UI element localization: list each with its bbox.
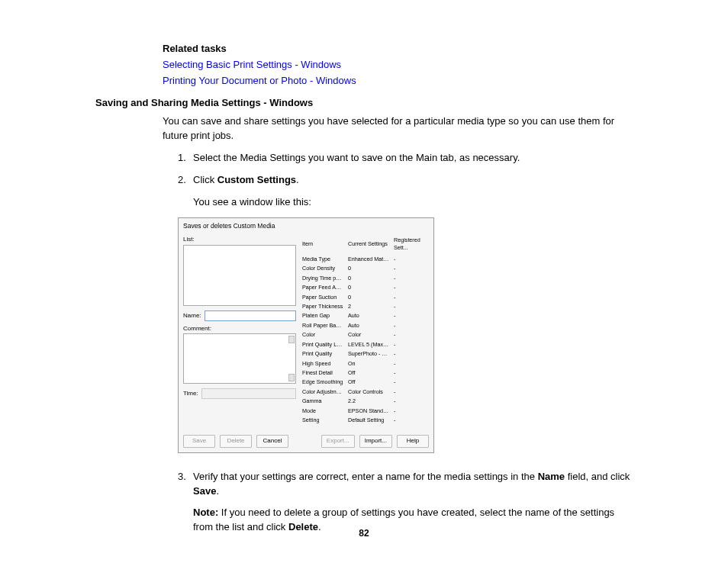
related-link-2[interactable]: Printing Your Document or Photo - Window… bbox=[163, 74, 633, 88]
time-label: Time: bbox=[183, 389, 198, 398]
table-cell: Roll Paper Back ... bbox=[301, 321, 346, 330]
step-3-post: . bbox=[216, 485, 219, 497]
table-cell: Auto bbox=[346, 321, 392, 330]
steps-list-cont: Verify that your settings are correct, e… bbox=[178, 470, 633, 535]
table-cell: Media Type bbox=[301, 255, 346, 264]
col-current: Current Settings bbox=[346, 235, 392, 255]
name-label: Name: bbox=[183, 311, 201, 320]
table-cell: - bbox=[392, 274, 429, 283]
intro-paragraph: You can save and share settings you have… bbox=[163, 114, 633, 143]
table-row: Color AdjustmentColor Controls- bbox=[301, 388, 429, 397]
table-cell: Finest Detail bbox=[301, 368, 346, 378]
step-2-post: . bbox=[296, 174, 299, 185]
table-cell: - bbox=[392, 255, 429, 264]
table-row: Edge SmoothingOff- bbox=[301, 378, 429, 387]
step-3: Verify that your settings are correct, e… bbox=[178, 470, 633, 535]
table-cell: - bbox=[392, 283, 429, 292]
table-cell: Gamma bbox=[301, 397, 346, 406]
comment-textarea[interactable] bbox=[183, 333, 296, 384]
table-row: ColorColor- bbox=[301, 330, 429, 339]
table-cell: - bbox=[392, 397, 429, 406]
scroll-down-icon[interactable] bbox=[288, 374, 295, 381]
custom-media-dialog: Saves or deletes Custom Media List: Name… bbox=[178, 217, 434, 453]
table-cell: - bbox=[392, 368, 429, 378]
table-cell: 2 bbox=[346, 302, 392, 311]
table-cell: Color Density bbox=[301, 264, 346, 273]
note-paragraph: Note: If you need to delete a group of s… bbox=[193, 506, 633, 535]
table-cell: 2.2 bbox=[346, 397, 392, 406]
table-cell: 0 bbox=[346, 283, 392, 292]
save-button[interactable]: Save bbox=[183, 435, 215, 448]
export-button[interactable]: Export... bbox=[321, 435, 355, 448]
table-cell: Auto bbox=[346, 311, 392, 320]
table-cell: Edge Smoothing bbox=[301, 378, 346, 387]
table-row: Roll Paper Back ...Auto- bbox=[301, 321, 429, 330]
table-cell: - bbox=[392, 378, 429, 387]
step-3-mid: field, and click bbox=[565, 471, 630, 482]
table-row: Platen GapAuto- bbox=[301, 311, 429, 320]
settings-listbox[interactable] bbox=[183, 245, 296, 306]
step-3-bold1: Name bbox=[538, 471, 565, 482]
import-button[interactable]: Import... bbox=[359, 435, 392, 448]
col-item: Item bbox=[301, 235, 346, 255]
table-row: Paper Feed Adju...0- bbox=[301, 283, 429, 292]
table-cell: Paper Feed Adju... bbox=[301, 283, 346, 292]
related-link-1[interactable]: Selecting Basic Print Settings - Windows bbox=[163, 58, 633, 72]
table-cell: - bbox=[392, 359, 429, 368]
table-row: Media TypeEnhanced Matt...- bbox=[301, 255, 429, 264]
table-cell: - bbox=[392, 407, 429, 416]
related-tasks-heading: Related tasks bbox=[163, 42, 633, 56]
table-cell: - bbox=[392, 264, 429, 273]
table-cell: Platen Gap bbox=[301, 311, 346, 320]
note-text: If you need to delete a group of setting… bbox=[193, 507, 614, 532]
table-row: Finest DetailOff- bbox=[301, 368, 429, 378]
note-post: . bbox=[318, 521, 321, 532]
table-cell: - bbox=[392, 321, 429, 330]
table-cell: Setting bbox=[301, 416, 346, 425]
table-cell: Off bbox=[346, 378, 392, 387]
help-button[interactable]: Help bbox=[397, 435, 429, 448]
step-1: Select the Media Settings you want to sa… bbox=[178, 151, 633, 166]
table-cell: Print Quality Level bbox=[301, 340, 346, 349]
scroll-up-icon[interactable] bbox=[288, 336, 295, 343]
table-row: Paper Suction0- bbox=[301, 293, 429, 302]
delete-button[interactable]: Delete bbox=[220, 435, 252, 448]
table-cell: Default Setting bbox=[346, 416, 392, 425]
step-2-pre: Click bbox=[193, 174, 217, 185]
step-2-bold: Custom Settings bbox=[217, 174, 296, 185]
table-row: Drying Time per ...0- bbox=[301, 274, 429, 283]
related-tasks-block: Related tasks Selecting Basic Print Sett… bbox=[163, 42, 633, 88]
table-row: Print Quality LevelLEVEL 5 (Max Q...- bbox=[301, 340, 429, 349]
table-cell: Color Controls bbox=[346, 388, 392, 397]
table-cell: Color Adjustment bbox=[301, 388, 346, 397]
cancel-button[interactable]: Cancel bbox=[256, 435, 288, 448]
dialog-screenshot: Saves or deletes Custom Media List: Name… bbox=[178, 217, 633, 453]
dialog-title: Saves or deletes Custom Media bbox=[179, 218, 433, 232]
step-2-line2: You see a window like this: bbox=[193, 195, 633, 210]
table-row: Color Density0- bbox=[301, 264, 429, 273]
step-1-text: Select the Media Settings you want to sa… bbox=[193, 152, 520, 163]
page-number: 82 bbox=[359, 527, 369, 540]
section-heading: Saving and Sharing Media Settings - Wind… bbox=[95, 96, 633, 111]
table-cell: LEVEL 5 (Max Q... bbox=[346, 340, 392, 349]
list-label: List: bbox=[183, 235, 296, 244]
col-registered: Registered Sett... bbox=[392, 235, 429, 255]
table-cell: - bbox=[392, 293, 429, 302]
table-cell: High Speed bbox=[301, 359, 346, 368]
settings-table: Item Current Settings Registered Sett...… bbox=[301, 235, 429, 426]
table-cell: Color bbox=[346, 330, 392, 339]
name-input[interactable] bbox=[205, 310, 296, 321]
table-cell: Print Quality bbox=[301, 349, 346, 359]
steps-list: Select the Media Settings you want to sa… bbox=[178, 151, 633, 210]
table-row: Paper Thickness2- bbox=[301, 302, 429, 311]
table-cell: Paper Suction bbox=[301, 293, 346, 302]
table-cell: 0 bbox=[346, 274, 392, 283]
time-display bbox=[201, 388, 296, 399]
comment-label: Comment: bbox=[183, 324, 296, 333]
table-row: High SpeedOn- bbox=[301, 359, 429, 368]
table-row: ModeEPSON Standar...- bbox=[301, 407, 429, 416]
note-bold: Delete bbox=[288, 521, 318, 532]
dialog-button-row: Save Delete Cancel Export... Import... H… bbox=[179, 430, 433, 452]
table-cell: - bbox=[392, 302, 429, 311]
table-cell: - bbox=[392, 311, 429, 320]
